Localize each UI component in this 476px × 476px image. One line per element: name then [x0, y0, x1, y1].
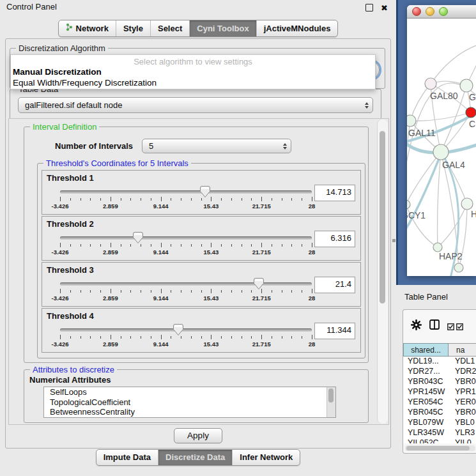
cell-shared-name: YBL079W — [403, 418, 452, 428]
float-window-icon[interactable] — [365, 4, 373, 12]
threshold-slider[interactable]: -3.4262.8599.14415.4321.71528 — [60, 278, 312, 303]
tab-label: Select — [158, 24, 182, 33]
threshold-box: Threshold 2-3.4262.8599.14415.4321.71528… — [42, 216, 361, 261]
cell-name: YDR2 — [452, 367, 476, 377]
slider-tick-label: 2.859 — [103, 249, 118, 256]
slider-handle-icon[interactable] — [254, 278, 264, 289]
network-node-GAL4[interactable] — [433, 144, 449, 160]
slider-tick-label: 2.859 — [103, 295, 118, 302]
cell-shared-name: YBR043C — [403, 377, 452, 387]
network-node-H[interactable] — [461, 198, 473, 210]
number-of-intervals-value: 5 — [149, 141, 153, 151]
tab-discretize-data[interactable]: Discretize Data — [158, 450, 232, 465]
deselect-all-checkbox-icon[interactable] — [456, 321, 463, 333]
apply-button[interactable]: Apply — [174, 428, 222, 443]
tab-infer-network[interactable]: Infer Network — [232, 450, 300, 465]
slider-tick-label: -3.426 — [52, 203, 69, 210]
interval-definition-group: Interval Definition Number of Intervals … — [24, 127, 369, 363]
network-node-HAP2[interactable] — [433, 243, 442, 252]
network-node-GAL11[interactable] — [407, 115, 416, 127]
algorithm-option[interactable]: Manual Discretization — [11, 66, 375, 77]
threshold-slider[interactable]: -3.4262.8599.14415.4321.71528 — [60, 186, 312, 211]
threshold-box: Threshold 1-3.4262.8599.14415.4321.71528… — [42, 170, 361, 215]
slider-tick-label: 15.43 — [204, 249, 219, 256]
column-header-shared-name[interactable]: shared... — [403, 343, 449, 357]
slider-tick-label: 28 — [309, 249, 316, 256]
threshold-value-field[interactable]: 21.4 — [314, 277, 355, 293]
algorithm-option[interactable]: Equal Width/Frequency Discretization — [11, 77, 375, 88]
slider-tick-label: 9.144 — [153, 249, 169, 256]
attributes-scrollbar[interactable] — [326, 387, 335, 417]
minimize-traffic-light-icon[interactable] — [426, 7, 434, 16]
control-panel-titlebar: Control Panel ✖ — [0, 0, 396, 14]
cell-shared-name: YER054C — [403, 397, 452, 408]
panel-splitter-handle[interactable] — [392, 239, 395, 242]
show-columns-icon[interactable] — [429, 319, 440, 332]
table-row[interactable]: YBR043CYBR0 — [403, 377, 476, 387]
close-icon[interactable]: ✖ — [381, 1, 388, 15]
slider-track — [60, 328, 312, 332]
threshold-slider[interactable]: -3.4262.8599.14415.4321.71528 — [60, 324, 312, 349]
slider-handle-icon[interactable] — [133, 232, 143, 243]
tab-cyni-toolbox[interactable]: Cyni Toolbox — [189, 20, 256, 36]
network-node-node[interactable] — [454, 263, 463, 272]
network-node-GA[interactable] — [460, 79, 473, 92]
tab-label: Infer Network — [240, 452, 293, 462]
slider-handle-icon[interactable] — [200, 186, 210, 197]
slider-tick-label: 9.144 — [153, 295, 169, 302]
table-row[interactable]: YBL079WYBL0 — [403, 418, 476, 428]
table-data-value: galFiltered.sif default node — [25, 100, 122, 110]
cell-name: YIL0 — [452, 438, 476, 443]
column-header-name[interactable]: na — [449, 343, 476, 357]
tab-impute-data[interactable]: Impute Data — [96, 450, 158, 465]
tab-network[interactable]: Network — [59, 20, 116, 36]
table-row[interactable]: YPR145WYPR1 — [403, 387, 476, 397]
close-traffic-light-icon[interactable] — [412, 7, 421, 16]
tab-style[interactable]: Style — [116, 20, 150, 36]
table-row[interactable]: YER054CYER0 — [403, 397, 476, 408]
settings-vertical-scrollbar[interactable] — [377, 119, 388, 424]
network-view-panel: GAL80GACGAL11GAL4GCY1HHAP2 — [396, 0, 476, 285]
threshold-value-field[interactable]: 11.344 — [314, 323, 355, 339]
numerical-attributes-label: Numerical Attributes — [29, 375, 111, 385]
tab-select[interactable]: Select — [150, 20, 189, 36]
slider-tick-label: 2.859 — [103, 341, 118, 348]
scrollbar-thumb[interactable] — [380, 131, 385, 303]
table-row[interactable]: YBR045CYBR0 — [403, 408, 476, 418]
network-edge — [431, 44, 476, 84]
numerical-attributes-list: SelfLoopsTopologicalCoefficientBetweenne… — [43, 387, 336, 418]
gear-icon[interactable] — [411, 319, 422, 333]
slider-tick-label: -3.426 — [52, 249, 69, 256]
slider-tick-label: 21.715 — [252, 203, 271, 210]
bottom-tab-strip: Impute DataDiscretize DataInfer Network — [96, 449, 301, 466]
threshold-box: Threshold 3-3.4262.8599.14415.4321.71528… — [42, 262, 361, 307]
table-row[interactable]: YDR27...YDR2 — [403, 367, 476, 377]
attribute-list-item[interactable]: SelfLoops — [44, 387, 335, 397]
attributes-to-discretize-group: Attributes to discretize Numerical Attri… — [24, 369, 369, 423]
table-row[interactable]: YLR345WYLR3 — [403, 428, 476, 438]
slider-track — [60, 236, 312, 240]
slider-tick-label: 15.43 — [204, 203, 219, 210]
table-data-combobox[interactable]: galFiltered.sif default node — [18, 97, 373, 113]
network-canvas[interactable]: GAL80GACGAL11GAL4GCY1HHAP2 — [407, 19, 476, 276]
zoom-traffic-light-icon[interactable] — [439, 7, 448, 16]
table-row[interactable]: YIL052CYIL0 — [403, 438, 476, 443]
network-node-GCY1[interactable] — [407, 200, 410, 209]
threshold-value-field[interactable]: 6.316 — [314, 231, 355, 247]
number-of-intervals-combobox[interactable]: 5 — [142, 139, 291, 153]
network-node-red-node[interactable] — [466, 107, 476, 118]
slider-tick-label: 28 — [309, 295, 316, 302]
table-horizontal-scrollbar[interactable] — [405, 445, 475, 451]
select-all-checkbox-icon[interactable] — [447, 321, 454, 333]
table-rows: YDL19...YDL1YDR27...YDR2YBR043CYBR0YPR14… — [403, 357, 476, 443]
slider-handle-icon[interactable] — [173, 324, 183, 335]
scrollbar-thumb[interactable] — [406, 446, 470, 450]
tab-jactivemnodules[interactable]: jActiveMNodules — [256, 20, 338, 36]
network-node-GAL80[interactable] — [425, 78, 436, 89]
attribute-list-item[interactable]: BetweennessCentrality — [44, 407, 335, 417]
attribute-list-item[interactable]: TopologicalCoefficient — [44, 397, 335, 408]
threshold-slider[interactable]: -3.4262.8599.14415.4321.71528 — [60, 232, 312, 257]
threshold-value-field[interactable]: 14.713 — [314, 185, 355, 201]
table-row[interactable]: YDL19...YDL1 — [403, 357, 476, 367]
network-icon — [66, 23, 73, 33]
